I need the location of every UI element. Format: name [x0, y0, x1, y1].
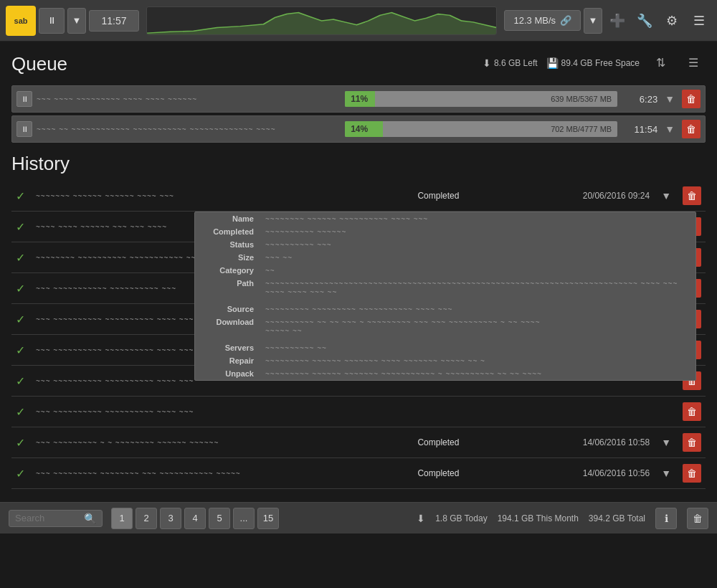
queue-row: ⏸ ~~~ ~~~~ ~~~~~~~~~ ~~~~ ~~~~ ~~~~~~ 11…: [11, 85, 706, 113]
detail-servers-value: ~~~~~~~~~~ ~~: [260, 341, 695, 354]
page-2-button[interactable]: 2: [136, 508, 157, 529]
page-1-button[interactable]: 1: [111, 508, 133, 529]
history-section: History ✓ ~~~~~~~ ~~~~~~ ~~~~~~ ~~~~ ~~~…: [11, 153, 706, 489]
queue-item-dropdown-button[interactable]: ▼: [662, 122, 678, 136]
pause-button[interactable]: ⏸: [39, 8, 65, 34]
download-icon: ⬇: [483, 57, 491, 69]
history-check-icon: ✓: [11, 427, 32, 458]
history-item-date: [492, 397, 654, 427]
queue-item-delete-button[interactable]: 🗑: [682, 90, 701, 108]
pause-dropdown-button[interactable]: ▼: [67, 8, 86, 34]
detail-completed-value: ~~~~~~~~~~ ~~~~~~: [260, 225, 695, 238]
queue-item-pause-button[interactable]: ⏸: [16, 91, 32, 107]
history-item-name[interactable]: ~~~ ~~~~~~~~~ ~~~~~~~~ ~~~ ~~~~~~~~~~~ ~…: [32, 458, 384, 489]
queue-item-eta: 6:23: [622, 94, 657, 105]
queue-item-progress: 14% 702 MB / 4777 MB: [345, 121, 617, 137]
footer-this-month: 194.1 GB This Month: [498, 513, 579, 523]
queue-list-button[interactable]: ☰: [681, 51, 706, 75]
queue-section: Queue ⬇ 8.6 GB Left 💾 89.4 GB Free Space…: [11, 49, 706, 143]
history-row: ✓ ~~~ ~~~~~~~~~ ~~~~~~~~ ~~~ ~~~~~~~~~~~…: [11, 458, 706, 489]
link-icon: 🔗: [560, 15, 571, 26]
toolbar: sab ⏸ ▼ 11:57 12.3 MB/s 🔗 ▼ ➕ 🔧 ⚙ ☰: [0, 0, 717, 42]
history-item-dropdown-button[interactable]: ▼: [658, 435, 674, 450]
search-icon: 🔍: [84, 513, 96, 524]
history-row: ✓ ~~~~~~~ ~~~~~~ ~~~~~~ ~~~~ ~~~ Complet…: [11, 181, 706, 212]
history-check-icon: ✓: [11, 366, 32, 397]
queue-row: ⏸ ~~~~ ~~ ~~~~~~~~~~~~ ~~~~~~~~~~~ ~~~~~…: [11, 115, 706, 143]
queue-item-pause-button[interactable]: ⏸: [16, 121, 32, 137]
detail-category-value: ~~: [260, 264, 695, 277]
menu-button[interactable]: ☰: [687, 9, 711, 33]
page-3-button[interactable]: 3: [160, 508, 181, 529]
footer-delete-button[interactable]: 🗑: [687, 508, 708, 529]
history-item-delete-button[interactable]: 🗑: [683, 464, 701, 483]
footer: 🔍 1 2 3 4 5 ... 15 ⬇ 1.8 GB Today 194.1 …: [0, 502, 717, 534]
svg-marker-0: [147, 12, 496, 34]
wrench-button[interactable]: 🔧: [632, 9, 657, 33]
footer-stats: ⬇ 1.8 GB Today 194.1 GB This Month 394.2…: [417, 508, 708, 529]
history-item-name[interactable]: ~~~ ~~~~~~~~~ ~ ~ ~~~~~~~~ ~~~~~~ ~~~~~~: [32, 427, 384, 458]
logo[interactable]: sab: [6, 6, 36, 36]
speed-display: 12.3 MB/s 🔗: [504, 10, 581, 31]
history-item-name[interactable]: ~~~ ~~~~~~~~~~ ~~~~~~~~~~ ~~~~ ~~~: [32, 397, 384, 427]
speed-graph: [146, 6, 497, 35]
detail-repair-value: ~~~~~~~~~ ~~~~~~ ~~~~~~~ ~~~~ ~~~~~~~ ~~…: [260, 354, 695, 367]
time-display: 11:57: [89, 10, 139, 32]
queue-item-sizes: 702 MB / 4777 MB: [551, 121, 612, 137]
page-last-button[interactable]: 15: [257, 508, 279, 529]
queue-item-name: ~~~ ~~~~ ~~~~~~~~~ ~~~~ ~~~~ ~~~~~~: [37, 95, 341, 103]
detail-name-value: ~~~~~~~~ ~~~~~~ ~~~~~~~~~~ ~~~~ ~~~: [260, 212, 695, 225]
queue-item-name: ~~~~ ~~ ~~~~~~~~~~~~ ~~~~~~~~~~~ ~~~~~~~…: [37, 125, 341, 133]
page-ellipsis-button[interactable]: ...: [233, 508, 255, 529]
history-row: ✓ ~~~ ~~~~~~~~~ ~ ~ ~~~~~~~~ ~~~~~~ ~~~~…: [11, 427, 706, 458]
history-item-name[interactable]: ~~~~~~~ ~~~~~~ ~~~~~~ ~~~~ ~~~: [32, 181, 384, 212]
queue-item-dropdown-button[interactable]: ▼: [662, 92, 678, 106]
footer-info-button[interactable]: ℹ: [655, 508, 677, 529]
history-item-dropdown-button[interactable]: ▼: [658, 189, 674, 203]
queue-item-progress: 11% 639 MB / 5367 MB: [345, 91, 617, 107]
history-item-delete-button[interactable]: 🗑: [683, 402, 701, 421]
gear-button[interactable]: ⚙: [660, 9, 684, 33]
main-content: Queue ⬇ 8.6 GB Left 💾 89.4 GB Free Space…: [0, 42, 717, 496]
detail-status-value: ~~~~~~~~~~ ~~~: [260, 238, 695, 251]
hdd-icon: 💾: [546, 57, 559, 69]
history-check-icon: ✓: [11, 397, 32, 427]
queue-title: Queue: [11, 53, 67, 75]
history-check-icon: ✓: [11, 212, 32, 242]
history-detail-popup: Name ~~~~~~~~ ~~~~~~ ~~~~~~~~~~ ~~~~ ~~~…: [194, 212, 696, 381]
footer-today: 1.8 GB Today: [435, 513, 488, 523]
page-5-button[interactable]: 5: [209, 508, 230, 529]
footer-today-icon: ⬇: [417, 513, 425, 524]
history-item-status: Completed: [384, 181, 492, 212]
history-item-delete-button[interactable]: 🗑: [683, 186, 701, 205]
queue-item-sizes: 639 MB / 5367 MB: [551, 91, 612, 107]
history-item-action: ▼: [654, 181, 678, 212]
queue-sort-button[interactable]: ⇅: [648, 51, 673, 75]
detail-unpack-value: ~~~~~~~~~ ~~~~~~ ~~~~~~~ ~~~~~~~~~~~ ~ ~…: [260, 367, 695, 380]
history-item-status: Completed: [384, 427, 492, 458]
history-item-dropdown-button[interactable]: ▼: [658, 466, 674, 480]
speed-dropdown-button[interactable]: ▼: [584, 8, 602, 34]
add-button[interactable]: ➕: [605, 9, 630, 33]
history-check-icon: ✓: [11, 304, 32, 335]
history-item-status: [384, 397, 492, 427]
search-input[interactable]: [15, 513, 80, 523]
history-item-delete-cell: 🗑: [678, 181, 706, 212]
queue-gb-left: ⬇ 8.6 GB Left: [483, 57, 538, 69]
history-check-icon: ✓: [11, 242, 32, 273]
footer-total: 394.2 GB Total: [589, 513, 645, 523]
page-4-button[interactable]: 4: [184, 508, 206, 529]
history-check-icon: ✓: [11, 335, 32, 366]
history-table: ✓ ~~~~~~~ ~~~~~~ ~~~~~~ ~~~~ ~~~ Complet…: [11, 181, 706, 489]
detail-size-value: ~~~ ~~: [260, 251, 695, 264]
history-item-date: 20/06/2016 09:24: [492, 181, 654, 212]
history-item-date: 14/06/2016 10:56: [492, 458, 654, 489]
detail-path-value: ~~~~~~~~~~~~~~~~~~~~~~~~~~~~~~~~~~~~~~~~…: [260, 277, 695, 298]
history-item-date: 14/06/2016 10:58: [492, 427, 654, 458]
queue-free-space: 💾 89.4 GB Free Space: [546, 57, 640, 69]
detail-source-value: ~~~~~~~~~ ~~~~~~~~~ ~~~~~~~~~~~ ~~~~ ~~~: [260, 303, 695, 316]
search-wrap: 🔍: [9, 510, 103, 527]
queue-header: ⬇ 8.6 GB Left 💾 89.4 GB Free Space ⇅ ☰: [483, 51, 706, 75]
queue-item-delete-button[interactable]: 🗑: [682, 120, 701, 138]
history-item-delete-button[interactable]: 🗑: [683, 433, 701, 452]
